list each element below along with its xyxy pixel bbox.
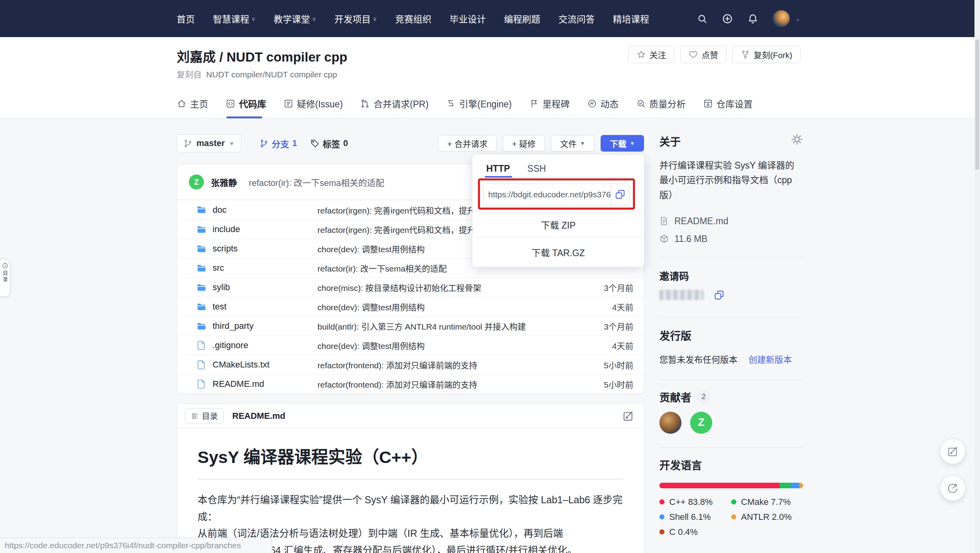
file-icon [197, 341, 206, 350]
forked-repo-link[interactable]: NUDT compiler/NUDT compiler cpp [206, 70, 337, 79]
clone-url-input[interactable]: https://bdgit.educoder.net/p9s376i4 [483, 184, 611, 205]
branch-selector[interactable]: master ▼ [177, 134, 241, 152]
committer-avatar[interactable]: Z [189, 174, 204, 189]
watch-label: 关注 [650, 49, 666, 60]
add-icon[interactable] [722, 13, 733, 24]
commit-message[interactable]: refactor(ir): 改一下sema相关的适配 [249, 176, 384, 188]
about-readme-row[interactable]: README.md [659, 216, 803, 227]
tags-stat[interactable]: 标签 0 [310, 137, 348, 150]
contributor-avatar[interactable] [659, 412, 681, 434]
copy-icon[interactable] [714, 290, 724, 300]
toc-button[interactable]: 目录 [185, 408, 224, 424]
nav-item-4[interactable]: 竞赛组织 [395, 12, 431, 25]
tab-activity[interactable]: 动态 [587, 97, 619, 118]
file-row-CMakeLists.txt[interactable]: CMakeLists.txtrefactor(frontend): 添加对只编译… [177, 355, 644, 374]
tab-milestone[interactable]: 里程碑 [529, 97, 570, 118]
contributor-avatar[interactable]: Z [690, 412, 712, 434]
tab-label: 仓库设置 [717, 97, 753, 110]
edit-icon[interactable] [622, 410, 634, 422]
file-name-link[interactable]: third_party [213, 321, 317, 331]
file-commit-message[interactable]: refactor(frontend): 添加对只编译前端的支持 [317, 359, 574, 371]
file-name-link[interactable]: src [213, 263, 317, 273]
lang-bar-segment-ANTLR [799, 483, 802, 488]
nav-item-1[interactable]: 智慧课程∨ [213, 12, 256, 25]
copy-icon[interactable] [611, 184, 629, 205]
new-issue-button[interactable]: + 疑修 [503, 135, 545, 152]
nav-items: 首页智慧课程∨教学课堂∨开发项目∨竞赛组织毕业设计编程刷题交流问答精培课程 [177, 12, 649, 25]
gear-icon[interactable] [791, 133, 803, 145]
watch-button[interactable]: 关注 [628, 46, 674, 63]
download-zip-item[interactable]: 下载 ZIP [472, 212, 644, 237]
scrollbar-track[interactable] [974, 0, 980, 553]
download-targz-item[interactable]: 下载 TAR.GZ [472, 237, 644, 267]
file-commit-date: 5小时前 [574, 359, 633, 371]
lang-label: ANTLR 2.0% [741, 512, 791, 522]
folder-icon [197, 322, 206, 330]
download-button[interactable]: 下载▼ [601, 135, 644, 152]
like-button[interactable]: 点赞 [680, 46, 726, 63]
chevron-down-icon: ▼ [580, 140, 585, 146]
file-name-link[interactable]: include [213, 224, 317, 234]
user-avatar[interactable] [773, 10, 790, 27]
file-row-third_party[interactable]: third_partybuild(antlr): 引入第三方 ANTLR4 ru… [177, 316, 644, 336]
nav-item-7[interactable]: 交流问答 [558, 12, 595, 25]
about-description: 并行编译课程实验 SysY 编译器的最小可运行示例和指导文档（cpp版） [659, 158, 803, 202]
file-commit-message[interactable]: chore(dev): 调整test用例结构 [317, 301, 574, 313]
file-name-link[interactable]: test [213, 302, 317, 312]
file-name-link[interactable]: CMakeLists.txt [213, 360, 317, 370]
file-name-link[interactable]: scripts [213, 244, 317, 254]
tab-label: 动态 [601, 97, 619, 110]
lang-label: C++ 83.8% [669, 497, 713, 507]
nav-item-label: 开发项目 [334, 12, 371, 25]
files-button[interactable]: 文件▼ [551, 135, 594, 152]
file-commit-message[interactable]: refactor(frontend): 添加对只编译前端的支持 [317, 378, 574, 390]
file-commit-message[interactable]: chore(misc): 按目录结构设计初始化工程骨架 [317, 281, 574, 293]
toc-drawer-label: 目录 [1, 270, 9, 283]
tab-issue[interactable]: 疑修(Issue) [284, 97, 343, 118]
tab-ssh[interactable]: SSH [527, 163, 546, 178]
lang-item-CMake: CMake 7.7% [731, 497, 803, 507]
committer-name[interactable]: 张雅静 [211, 176, 237, 188]
nav-item-5[interactable]: 毕业设计 [450, 12, 486, 25]
tab-pr[interactable]: 合并请求(PR) [360, 97, 428, 118]
new-pr-button[interactable]: + 合并请求 [438, 135, 497, 152]
file-name-link[interactable]: doc [213, 205, 317, 215]
lang-bar-segment-C [803, 483, 803, 488]
file-name-link[interactable]: .gitignore [213, 340, 317, 351]
page: 首页智慧课程∨教学课堂∨开发项目∨竞赛组织毕业设计编程刷题交流问答精培课程 ⌄ … [0, 0, 980, 553]
file-row-README.md[interactable]: README.mdrefactor(frontend): 添加对只编译前端的支持… [177, 374, 644, 394]
tab-home[interactable]: 主页 [177, 97, 208, 118]
lang-bar-segment-CMake [780, 483, 791, 488]
file-row-test[interactable]: testchore(dev): 调整test用例结构4天前 [177, 297, 644, 316]
file-commit-message[interactable]: chore(dev): 调整test用例结构 [317, 339, 574, 351]
lang-item-ANTLR: ANTLR 2.0% [731, 512, 803, 522]
tab-code[interactable]: 代码库 [226, 97, 266, 118]
nav-item-8[interactable]: 精培课程 [613, 12, 649, 25]
tab-engine[interactable]: 引擎(Engine) [446, 97, 512, 118]
tab-quality[interactable]: 质量分析 [636, 97, 686, 118]
current-branch: master [196, 138, 225, 148]
bell-icon[interactable] [747, 13, 758, 24]
tab-settings[interactable]: 仓库设置 [703, 97, 753, 118]
toc-icon [191, 412, 199, 420]
toc-drawer-handle[interactable]: 目录 [0, 259, 10, 297]
file-commit-message[interactable]: build(antlr): 引入第三方 ANTLR4 runtime/tool … [317, 320, 574, 332]
scrollbar-thumb[interactable] [975, 39, 979, 170]
file-name-link[interactable]: sylib [213, 282, 317, 292]
branches-stat[interactable]: 分支 1 [259, 137, 297, 150]
nav-item-6[interactable]: 编程刷题 [504, 12, 540, 25]
create-release-link[interactable]: 创建新版本 [749, 352, 792, 365]
download-label: 下载 [610, 137, 626, 149]
file-row-sylib[interactable]: sylibchore(misc): 按目录结构设计初始化工程骨架3个月前 [177, 277, 644, 297]
nav-item-3[interactable]: 开发项目∨ [334, 12, 377, 25]
feedback-button[interactable] [941, 439, 965, 464]
search-icon[interactable] [697, 13, 707, 24]
file-row-.gitignore[interactable]: .gitignorechore(dev): 调整test用例结构4天前 [177, 336, 644, 355]
nav-item-2[interactable]: 教学课堂∨ [274, 12, 316, 25]
tab-http[interactable]: HTTP [486, 163, 510, 178]
fork-button[interactable]: 复刻(Fork) [732, 46, 801, 63]
chevron-down-icon[interactable]: ⌄ [795, 15, 801, 22]
nav-item-0[interactable]: 首页 [177, 12, 195, 25]
share-button[interactable] [941, 476, 965, 501]
file-name-link[interactable]: README.md [213, 379, 317, 389]
